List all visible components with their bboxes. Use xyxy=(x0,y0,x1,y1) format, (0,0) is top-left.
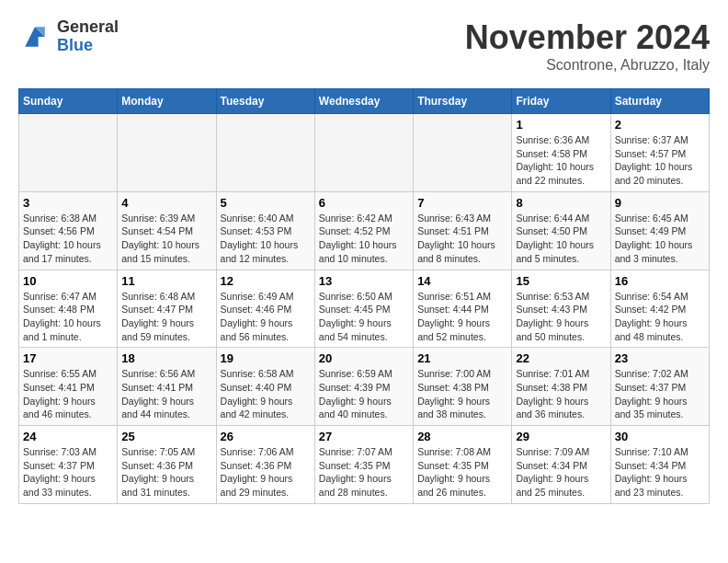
day-info: Sunrise: 7:05 AMSunset: 4:36 PMDaylight:… xyxy=(121,445,211,500)
calendar-cell xyxy=(414,114,512,192)
day-info: Sunrise: 7:06 AMSunset: 4:36 PMDaylight:… xyxy=(221,445,311,500)
day-number: 7 xyxy=(417,196,507,210)
day-number: 13 xyxy=(319,274,409,288)
day-number: 12 xyxy=(221,274,311,288)
day-number: 30 xyxy=(615,430,705,443)
day-info: Sunrise: 6:44 AMSunset: 4:50 PMDaylight:… xyxy=(516,212,606,266)
calendar-cell: 8Sunrise: 6:44 AMSunset: 4:50 PMDaylight… xyxy=(512,191,610,270)
day-number: 15 xyxy=(516,274,606,288)
day-info: Sunrise: 6:37 AMSunset: 4:57 PMDaylight:… xyxy=(615,133,705,188)
location-title: Scontrone, Abruzzo, Italy xyxy=(465,57,710,74)
calendar-week-row: 10Sunrise: 6:47 AMSunset: 4:48 PMDayligh… xyxy=(19,270,710,348)
day-number: 28 xyxy=(417,430,507,443)
day-info: Sunrise: 6:49 AMSunset: 4:46 PMDaylight:… xyxy=(221,290,311,344)
calendar-cell: 14Sunrise: 6:51 AMSunset: 4:44 PMDayligh… xyxy=(414,270,512,348)
logo-icon xyxy=(18,20,51,53)
day-info: Sunrise: 6:48 AMSunset: 4:47 PMDaylight:… xyxy=(121,290,211,344)
calendar-cell: 5Sunrise: 6:40 AMSunset: 4:53 PMDaylight… xyxy=(216,191,314,270)
day-number: 2 xyxy=(615,118,705,132)
calendar-cell: 25Sunrise: 7:05 AMSunset: 4:36 PMDayligh… xyxy=(118,426,216,504)
day-info: Sunrise: 7:00 AMSunset: 4:38 PMDaylight:… xyxy=(417,367,507,421)
day-number: 29 xyxy=(516,430,606,443)
day-number: 16 xyxy=(615,274,705,288)
day-number: 3 xyxy=(23,196,113,210)
calendar-cell: 12Sunrise: 6:49 AMSunset: 4:46 PMDayligh… xyxy=(216,270,314,348)
logo-text: General Blue xyxy=(57,18,119,55)
weekday-header: Sunday xyxy=(19,89,118,114)
day-number: 1 xyxy=(516,118,606,132)
day-info: Sunrise: 6:54 AMSunset: 4:42 PMDaylight:… xyxy=(615,290,705,344)
calendar-cell: 13Sunrise: 6:50 AMSunset: 4:45 PMDayligh… xyxy=(314,270,413,348)
day-info: Sunrise: 7:09 AMSunset: 4:34 PMDaylight:… xyxy=(516,445,606,500)
day-number: 14 xyxy=(417,274,507,288)
calendar-cell: 21Sunrise: 7:00 AMSunset: 4:38 PMDayligh… xyxy=(414,348,512,426)
day-number: 18 xyxy=(121,351,211,365)
calendar-cell: 19Sunrise: 6:58 AMSunset: 4:40 PMDayligh… xyxy=(216,348,314,426)
day-info: Sunrise: 6:38 AMSunset: 4:56 PMDaylight:… xyxy=(23,212,113,266)
day-info: Sunrise: 6:45 AMSunset: 4:49 PMDaylight:… xyxy=(615,212,705,266)
calendar-week-row: 17Sunrise: 6:55 AMSunset: 4:41 PMDayligh… xyxy=(19,348,710,426)
day-info: Sunrise: 7:02 AMSunset: 4:37 PMDaylight:… xyxy=(615,367,705,421)
calendar-week-row: 1Sunrise: 6:36 AMSunset: 4:58 PMDaylight… xyxy=(19,114,710,192)
day-number: 6 xyxy=(319,196,409,210)
day-info: Sunrise: 6:59 AMSunset: 4:39 PMDaylight:… xyxy=(319,367,409,421)
calendar-cell: 9Sunrise: 6:45 AMSunset: 4:49 PMDaylight… xyxy=(610,191,709,270)
logo: General Blue xyxy=(18,18,119,55)
calendar-cell: 26Sunrise: 7:06 AMSunset: 4:36 PMDayligh… xyxy=(216,426,314,504)
weekday-header: Friday xyxy=(512,89,610,114)
day-info: Sunrise: 7:07 AMSunset: 4:35 PMDaylight:… xyxy=(319,445,409,500)
calendar-cell: 2Sunrise: 6:37 AMSunset: 4:57 PMDaylight… xyxy=(610,114,709,192)
day-number: 21 xyxy=(417,351,507,365)
day-number: 11 xyxy=(121,274,211,288)
day-info: Sunrise: 7:03 AMSunset: 4:37 PMDaylight:… xyxy=(23,445,113,500)
day-info: Sunrise: 6:43 AMSunset: 4:51 PMDaylight:… xyxy=(417,212,507,266)
calendar-cell: 1Sunrise: 6:36 AMSunset: 4:58 PMDaylight… xyxy=(512,114,610,192)
calendar-cell: 29Sunrise: 7:09 AMSunset: 4:34 PMDayligh… xyxy=(512,426,610,504)
calendar-cell xyxy=(216,114,314,192)
day-number: 22 xyxy=(516,351,606,365)
weekday-header: Wednesday xyxy=(314,89,413,114)
day-number: 27 xyxy=(319,430,409,443)
weekday-header: Tuesday xyxy=(216,89,314,114)
calendar-cell: 20Sunrise: 6:59 AMSunset: 4:39 PMDayligh… xyxy=(314,348,413,426)
day-number: 24 xyxy=(23,430,113,443)
calendar-cell: 11Sunrise: 6:48 AMSunset: 4:47 PMDayligh… xyxy=(118,270,216,348)
day-number: 4 xyxy=(121,196,211,210)
calendar-cell xyxy=(118,114,216,192)
day-info: Sunrise: 6:47 AMSunset: 4:48 PMDaylight:… xyxy=(23,290,113,344)
calendar-cell: 23Sunrise: 7:02 AMSunset: 4:37 PMDayligh… xyxy=(610,348,709,426)
calendar-cell: 28Sunrise: 7:08 AMSunset: 4:35 PMDayligh… xyxy=(414,426,512,504)
day-number: 26 xyxy=(221,430,311,443)
day-number: 23 xyxy=(615,351,705,365)
calendar-cell: 30Sunrise: 7:10 AMSunset: 4:34 PMDayligh… xyxy=(610,426,709,504)
calendar-cell xyxy=(314,114,413,192)
weekday-header: Thursday xyxy=(414,89,512,114)
calendar-cell: 7Sunrise: 6:43 AMSunset: 4:51 PMDaylight… xyxy=(414,191,512,270)
day-info: Sunrise: 6:56 AMSunset: 4:41 PMDaylight:… xyxy=(121,367,211,421)
calendar-cell xyxy=(19,114,118,192)
page-header: General Blue November 2024 Scontrone, Ab… xyxy=(18,18,710,74)
calendar-cell: 3Sunrise: 6:38 AMSunset: 4:56 PMDaylight… xyxy=(19,191,118,270)
day-info: Sunrise: 6:55 AMSunset: 4:41 PMDaylight:… xyxy=(23,367,113,421)
day-info: Sunrise: 6:42 AMSunset: 4:52 PMDaylight:… xyxy=(319,212,409,266)
day-number: 20 xyxy=(319,351,409,365)
day-info: Sunrise: 6:39 AMSunset: 4:54 PMDaylight:… xyxy=(121,212,211,266)
day-info: Sunrise: 6:36 AMSunset: 4:58 PMDaylight:… xyxy=(516,133,606,188)
day-info: Sunrise: 6:40 AMSunset: 4:53 PMDaylight:… xyxy=(221,212,311,266)
weekday-header: Monday xyxy=(118,89,216,114)
weekday-header: Saturday xyxy=(610,89,709,114)
calendar-week-row: 24Sunrise: 7:03 AMSunset: 4:37 PMDayligh… xyxy=(19,426,710,504)
calendar-cell: 4Sunrise: 6:39 AMSunset: 4:54 PMDaylight… xyxy=(118,191,216,270)
calendar-cell: 17Sunrise: 6:55 AMSunset: 4:41 PMDayligh… xyxy=(19,348,118,426)
calendar-header-row: SundayMondayTuesdayWednesdayThursdayFrid… xyxy=(19,89,710,114)
calendar-table: SundayMondayTuesdayWednesdayThursdayFrid… xyxy=(18,88,710,504)
calendar-cell: 6Sunrise: 6:42 AMSunset: 4:52 PMDaylight… xyxy=(314,191,413,270)
day-info: Sunrise: 7:10 AMSunset: 4:34 PMDaylight:… xyxy=(615,445,705,500)
calendar-cell: 18Sunrise: 6:56 AMSunset: 4:41 PMDayligh… xyxy=(118,348,216,426)
calendar-cell: 24Sunrise: 7:03 AMSunset: 4:37 PMDayligh… xyxy=(19,426,118,504)
calendar-week-row: 3Sunrise: 6:38 AMSunset: 4:56 PMDaylight… xyxy=(19,191,710,270)
day-number: 10 xyxy=(23,274,113,288)
day-number: 19 xyxy=(221,351,311,365)
day-number: 5 xyxy=(221,196,311,210)
calendar-cell: 22Sunrise: 7:01 AMSunset: 4:38 PMDayligh… xyxy=(512,348,610,426)
